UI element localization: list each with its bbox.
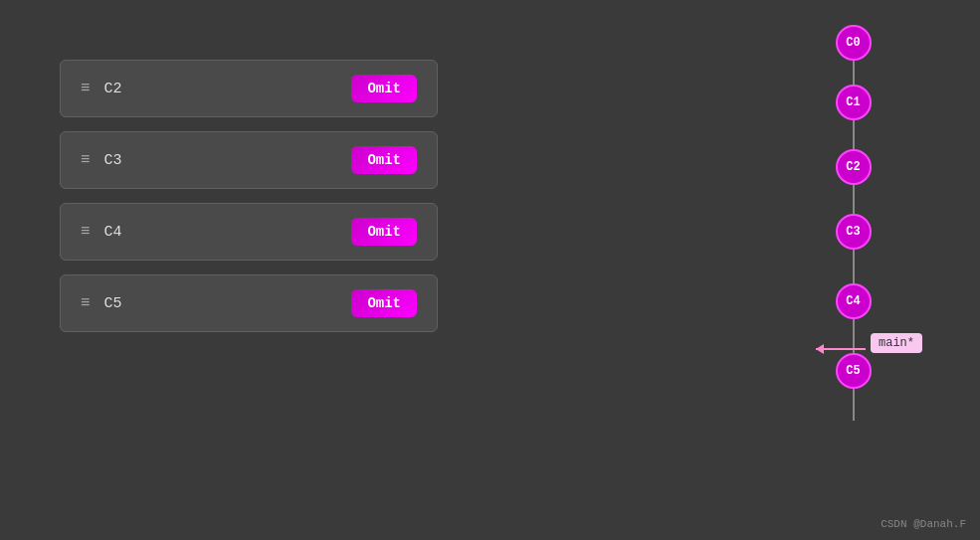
graph-node-c1: C1 — [836, 85, 872, 120]
commit-row: ≡C5Omit — [60, 274, 438, 332]
graph-panel: C0C1C2C3C4C5main* — [726, 0, 980, 540]
drag-handle-icon[interactable]: ≡ — [81, 151, 91, 169]
omit-pick-button[interactable]: Omit — [351, 289, 417, 317]
commit-id-label: C5 — [104, 295, 338, 312]
graph-node-c5: C5 — [836, 353, 872, 389]
graph-inner: C0C1C2C3C4C5main* — [726, 10, 980, 540]
main-content: ≡C2Omit≡C3Omit≡C4Omit≡C5Omit — [0, 0, 726, 540]
drag-handle-icon[interactable]: ≡ — [81, 223, 91, 241]
svg-marker-1 — [816, 344, 824, 354]
omit-pick-button[interactable]: Omit — [351, 218, 417, 246]
drag-handle-icon[interactable]: ≡ — [81, 80, 91, 97]
commit-id-label: C4 — [104, 224, 338, 241]
graph-node-c2: C2 — [836, 149, 872, 185]
omit-pick-button[interactable]: Omit — [351, 75, 417, 102]
graph-node-c3: C3 — [836, 214, 872, 250]
commit-id-label: C3 — [104, 152, 338, 169]
drag-handle-icon[interactable]: ≡ — [81, 294, 91, 312]
commit-row: ≡C2Omit — [60, 60, 438, 117]
graph-node-c4: C4 — [836, 283, 872, 319]
commit-row: ≡C3Omit — [60, 131, 438, 189]
commit-row: ≡C4Omit — [60, 203, 438, 261]
graph-node-c0: C0 — [836, 25, 872, 61]
watermark: CSDN @Danah.F — [881, 518, 966, 530]
omit-pick-button[interactable]: Omit — [351, 146, 417, 174]
commit-list: ≡C2Omit≡C3Omit≡C4Omit≡C5Omit — [60, 60, 696, 332]
commit-id-label: C2 — [104, 81, 338, 97]
branch-label: main* — [871, 333, 922, 353]
